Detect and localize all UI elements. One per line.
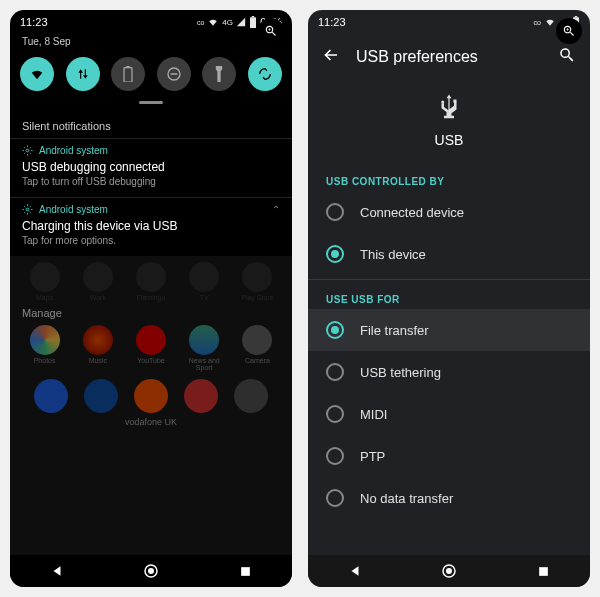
status-bar: 11:23 co 4G 64%	[10, 10, 292, 34]
wifi-icon	[544, 17, 556, 27]
radio-ptp[interactable]: PTP	[308, 435, 590, 477]
app-icon[interactable]: Flamingo	[126, 262, 175, 301]
quick-settings-row	[10, 51, 292, 99]
radio-usb-tethering[interactable]: USB tethering	[308, 351, 590, 393]
qs-data[interactable]	[66, 57, 100, 91]
qs-battery-saver[interactable]	[111, 57, 145, 91]
nav-back[interactable]	[335, 564, 375, 578]
app-youtube[interactable]: YouTube	[126, 325, 175, 371]
signal-icon	[236, 17, 246, 27]
clock: 11:23	[20, 16, 48, 28]
section-usb-controlled-by: USB CONTROLLED BY	[308, 166, 590, 191]
dock-brave[interactable]	[134, 379, 168, 413]
radio-label: Connected device	[360, 205, 464, 220]
svg-point-8	[149, 569, 154, 574]
home-screen-dimmed: Maps Work Flamingo TV Play Store Manage …	[10, 256, 292, 555]
radio-icon	[326, 321, 344, 339]
page-title: USB preferences	[356, 48, 542, 66]
radio-file-transfer[interactable]: File transfer	[308, 309, 590, 351]
search-button[interactable]	[558, 46, 576, 68]
svg-rect-2	[124, 68, 132, 82]
radio-connected-device[interactable]: Connected device	[308, 191, 590, 233]
notif-app-name: Android system	[39, 145, 108, 156]
chevron-up-icon[interactable]: ⌃	[272, 204, 280, 215]
svg-rect-13	[453, 100, 456, 103]
notif-title: USB debugging connected	[22, 160, 280, 174]
svg-point-12	[441, 101, 444, 104]
carrier-tag: co	[197, 19, 204, 26]
svg-point-15	[447, 569, 452, 574]
app-icon[interactable]: Play Store	[233, 262, 282, 301]
usb-hero: USB	[308, 80, 590, 166]
gear-icon	[22, 204, 33, 215]
nav-bar	[10, 555, 292, 587]
app-bar: USB preferences	[308, 34, 590, 80]
qs-dnd[interactable]	[157, 57, 191, 91]
app-icon[interactable]: TV	[180, 262, 229, 301]
dock-camera[interactable]	[234, 379, 268, 413]
phone-usb-preferences: 11:23 co USB preferences USB USB CONTROL…	[308, 10, 590, 587]
network-label: 4G	[222, 18, 233, 27]
usb-icon	[434, 92, 464, 122]
back-button[interactable]	[322, 46, 340, 68]
notif-subtitle: Tap for more options.	[22, 235, 280, 246]
radio-icon	[326, 245, 344, 263]
notification-charging-usb[interactable]: Android system ⌃ Charging this device vi…	[10, 197, 292, 256]
wifi-icon	[207, 17, 219, 27]
app-music[interactable]: Music	[73, 325, 122, 371]
notif-subtitle: Tap to turn off USB debugging	[22, 176, 280, 187]
zoom-icon[interactable]	[258, 18, 284, 44]
radio-icon	[326, 203, 344, 221]
dock-gmail[interactable]	[184, 379, 218, 413]
svg-point-6	[26, 208, 29, 211]
notification-usb-debugging[interactable]: Android system USB debugging connected T…	[10, 138, 292, 197]
radio-label: PTP	[360, 449, 385, 464]
dock-phone[interactable]	[34, 379, 68, 413]
radio-icon	[326, 405, 344, 423]
radio-label: No data transfer	[360, 491, 453, 506]
battery-icon	[249, 16, 257, 28]
app-icon[interactable]: Work	[73, 262, 122, 301]
svg-point-5	[26, 149, 29, 152]
phone-notification-shade: 11:23 co 4G 64% Tue, 8 Sep Silent notifi…	[10, 10, 292, 587]
shade-handle[interactable]	[139, 101, 163, 104]
svg-rect-0	[250, 17, 256, 28]
app-icon[interactable]: Maps	[20, 262, 69, 301]
notif-app-name: Android system	[39, 204, 108, 215]
radio-label: MIDI	[360, 407, 387, 422]
radio-icon	[326, 447, 344, 465]
dock-messages[interactable]	[84, 379, 118, 413]
dock	[20, 371, 282, 415]
gear-icon	[22, 145, 33, 156]
nav-home[interactable]	[429, 562, 469, 580]
zoom-icon[interactable]	[556, 18, 582, 44]
manage-label[interactable]: Manage	[22, 307, 280, 319]
section-use-usb-for: USE USB FOR	[308, 284, 590, 309]
svg-rect-16	[539, 567, 548, 576]
radio-icon	[326, 363, 344, 381]
app-photos[interactable]: Photos	[20, 325, 69, 371]
radio-midi[interactable]: MIDI	[308, 393, 590, 435]
notif-title: Charging this device via USB	[22, 219, 280, 233]
app-news[interactable]: News and Sport	[180, 325, 229, 371]
qs-wifi[interactable]	[20, 57, 54, 91]
app-camera[interactable]: Camera	[233, 325, 282, 371]
silent-notifications-header: Silent notifications	[10, 110, 292, 138]
status-bar: 11:23 co	[308, 10, 590, 34]
qs-rotate[interactable]	[248, 57, 282, 91]
radio-no-data-transfer[interactable]: No data transfer	[308, 477, 590, 519]
nav-recent[interactable]	[225, 565, 265, 578]
radio-label: USB tethering	[360, 365, 441, 380]
radio-icon	[326, 489, 344, 507]
clock: 11:23	[318, 16, 346, 28]
nav-back[interactable]	[37, 564, 77, 578]
radio-label: This device	[360, 247, 426, 262]
radio-this-device[interactable]: This device	[308, 233, 590, 275]
nav-recent[interactable]	[523, 565, 563, 578]
nav-home[interactable]	[131, 562, 171, 580]
qs-flashlight[interactable]	[202, 57, 236, 91]
nav-bar	[308, 555, 590, 587]
radio-label: File transfer	[360, 323, 429, 338]
svg-rect-9	[241, 567, 250, 576]
shade-date: Tue, 8 Sep	[22, 36, 71, 47]
